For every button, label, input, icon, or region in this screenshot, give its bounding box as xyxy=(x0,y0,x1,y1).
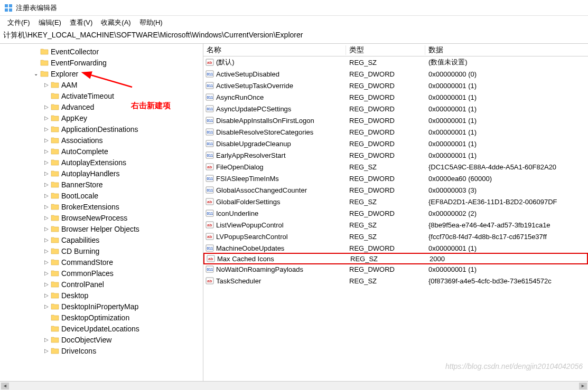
column-data[interactable]: 数据 xyxy=(425,45,588,55)
tree-item[interactable]: ▷CD Burning xyxy=(0,245,203,256)
value-row[interactable]: 011EarlyAppResolverStartREG_DWORD0x00000… xyxy=(203,149,588,161)
tree-item[interactable]: ⌄Explorer xyxy=(0,68,203,79)
expand-icon[interactable]: ▷ xyxy=(42,170,51,176)
value-row[interactable]: ab(默认)REG_SZ(数值未设置) xyxy=(203,56,588,68)
value-row[interactable]: 011NoWaitOnRoamingPayloadsREG_DWORD0x000… xyxy=(203,263,588,275)
value-row[interactable]: abTaskSchedulerREG_SZ{0f87369f-a4e5-4cfc… xyxy=(203,275,588,287)
string-value-icon: ab xyxy=(206,197,214,206)
expand-icon[interactable]: ▷ xyxy=(42,348,51,354)
tree-item[interactable]: ▷BrokerExtensions xyxy=(0,201,203,212)
folder-icon xyxy=(51,125,59,134)
tree-item[interactable]: ▷ApplicationDestinations xyxy=(0,123,203,135)
svg-text:011: 011 xyxy=(207,107,213,111)
tree-view[interactable]: EventCollectorEventForwarding⌄Explorer▷A… xyxy=(0,44,203,381)
tree-item[interactable]: ▷AutoComplete xyxy=(0,146,203,157)
tree-item[interactable]: ▷DesktopIniPropertyMap xyxy=(0,301,203,312)
expand-icon[interactable]: ▷ xyxy=(42,337,51,343)
tree-item[interactable]: ▷CommandStore xyxy=(0,256,203,268)
svg-text:011: 011 xyxy=(207,268,213,271)
expand-icon[interactable]: ⌄ xyxy=(32,71,40,77)
address-bar[interactable]: 计算机\HKEY_LOCAL_MACHINE\SOFTWARE\Microsof… xyxy=(0,30,588,44)
expand-icon[interactable]: ▷ xyxy=(42,159,51,165)
value-row[interactable]: 011IconUnderlineREG_DWORD0x00000002 (2) xyxy=(203,207,588,219)
menu-item[interactable]: 文件(F) xyxy=(3,17,34,28)
tree-item[interactable]: ActivateTimeout xyxy=(0,90,203,101)
tree-item[interactable]: EventCollector xyxy=(0,46,203,57)
value-row[interactable]: 011DisableUpgradeCleanupREG_DWORD0x00000… xyxy=(203,138,588,149)
tree-item[interactable]: ▷BrowseNewProcess xyxy=(0,212,203,223)
tree-item[interactable]: EventForwarding xyxy=(0,57,203,68)
value-type: REG_SZ xyxy=(346,277,425,285)
expand-icon[interactable]: ▷ xyxy=(42,204,51,210)
value-row[interactable]: 011ActiveSetupDisabledREG_DWORD0x0000000… xyxy=(203,68,588,80)
expand-icon[interactable]: ▷ xyxy=(42,281,51,287)
tree-item[interactable]: DesktopOptimization xyxy=(0,312,203,323)
menu-item[interactable]: 帮助(H) xyxy=(135,17,167,28)
expand-icon[interactable]: ▷ xyxy=(42,182,51,187)
dword-value-icon: 011 xyxy=(206,174,214,183)
column-type[interactable]: 类型 xyxy=(346,45,425,55)
horizontal-scrollbar[interactable]: ◄ ► xyxy=(0,381,588,390)
value-row[interactable]: 011FSIASleepTimeInMsREG_DWORD0x0000ea60 … xyxy=(203,173,588,184)
expand-icon[interactable]: ▷ xyxy=(42,237,51,243)
tree-item[interactable]: ▷AutoplayHandlers xyxy=(0,168,203,179)
expand-icon[interactable]: ▷ xyxy=(42,193,51,198)
expand-icon[interactable]: ▷ xyxy=(42,270,51,276)
expand-icon[interactable]: ▷ xyxy=(42,82,51,88)
folder-icon xyxy=(51,313,59,322)
value-row[interactable]: 011AsyncUpdatePCSettingsREG_DWORD0x00000… xyxy=(203,103,588,115)
tree-item[interactable]: ▷CommonPlaces xyxy=(0,268,203,279)
tree-item[interactable]: ▷BannerStore xyxy=(0,179,203,190)
tree-item[interactable]: ▷Advanced xyxy=(0,101,203,112)
value-row[interactable]: abFileOpenDialogREG_SZ{DC1C5A9C-E88A-4dd… xyxy=(203,161,588,173)
tree-item[interactable]: ▷AAM xyxy=(0,79,203,90)
tree-item[interactable]: ▷AppKey xyxy=(0,112,203,123)
tree-item[interactable]: ▷AutoplayExtensions xyxy=(0,157,203,168)
tree-item[interactable]: ▷Desktop xyxy=(0,290,203,301)
expand-icon[interactable]: ▷ xyxy=(42,226,51,232)
tree-item[interactable]: ▷ControlPanel xyxy=(0,279,203,290)
tree-item[interactable]: ▷BootLocale xyxy=(0,190,203,201)
value-row[interactable]: 011MachineOobeUpdatesREG_DWORD0x00000001… xyxy=(203,242,588,254)
values-list[interactable]: ab(默认)REG_SZ(数值未设置)011ActiveSetupDisable… xyxy=(203,56,588,287)
value-row[interactable]: 011DisableAppInstallsOnFirstLogonREG_DWO… xyxy=(203,115,588,126)
tree-item[interactable]: ▷DocObjectView xyxy=(0,334,203,345)
value-row[interactable]: 011AsyncRunOnceREG_DWORD0x00000001 (1) xyxy=(203,91,588,103)
expand-icon[interactable]: ▷ xyxy=(42,259,51,265)
expand-icon[interactable]: ▷ xyxy=(42,215,51,221)
tree-item[interactable]: DeviceUpdateLocations xyxy=(0,323,203,334)
tree-item[interactable]: ▷DriveIcons xyxy=(0,345,203,356)
tree-item[interactable]: ▷Associations xyxy=(0,135,203,146)
menu-item[interactable]: 查看(V) xyxy=(66,17,97,28)
expand-icon[interactable]: ▷ xyxy=(42,248,51,254)
column-name[interactable]: 名称 xyxy=(203,45,346,55)
dword-value-icon: 011 xyxy=(206,104,214,113)
value-type: REG_DWORD xyxy=(346,117,425,125)
value-row[interactable]: abMax Cached IconsREG_SZ2000 xyxy=(203,253,588,264)
expand-icon[interactable]: ▷ xyxy=(42,148,51,154)
expand-icon[interactable]: ▷ xyxy=(42,126,51,132)
expand-icon[interactable]: ▷ xyxy=(42,115,51,121)
expand-icon[interactable]: ▷ xyxy=(42,104,51,110)
folder-icon xyxy=(51,214,59,222)
folder-icon xyxy=(51,347,59,355)
tree-item[interactable]: ▷Capabilities xyxy=(0,234,203,245)
scroll-right-button[interactable]: ► xyxy=(579,383,587,389)
value-row[interactable]: abLVPopupSearchControlREG_SZ{fccf70c8-f4… xyxy=(203,231,588,242)
svg-text:ab: ab xyxy=(207,223,212,227)
expand-icon[interactable]: ▷ xyxy=(42,303,51,309)
value-data: 0x00000001 (1) xyxy=(425,151,588,159)
expand-icon[interactable]: ▷ xyxy=(42,137,51,143)
value-row[interactable]: 011GlobalAssocChangedCounterREG_DWORD0x0… xyxy=(203,184,588,196)
dword-value-icon: 011 xyxy=(206,209,214,217)
value-row[interactable]: 011DisableResolveStoreCategoriesREG_DWOR… xyxy=(203,126,588,138)
value-data: 0x00000001 (1) xyxy=(425,105,588,113)
value-row[interactable]: abListViewPopupControlREG_SZ{8be9f5ea-e7… xyxy=(203,219,588,231)
value-row[interactable]: abGlobalFolderSettingsREG_SZ{EF8AD2D1-AE… xyxy=(203,196,588,207)
scroll-left-button[interactable]: ◄ xyxy=(1,383,9,389)
expand-icon[interactable]: ▷ xyxy=(42,292,51,298)
tree-item[interactable]: ▷Browser Helper Objects xyxy=(0,223,203,234)
value-row[interactable]: 011ActiveSetupTaskOverrideREG_DWORD0x000… xyxy=(203,80,588,91)
menu-item[interactable]: 编辑(E) xyxy=(34,17,66,28)
menu-item[interactable]: 收藏夹(A) xyxy=(97,17,135,28)
